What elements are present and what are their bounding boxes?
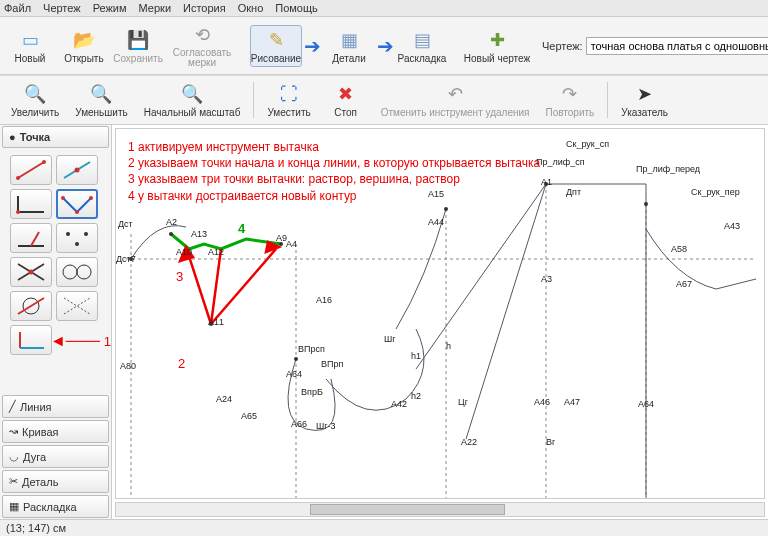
tool-dart[interactable]	[56, 189, 98, 219]
label-А3: А3	[541, 274, 552, 284]
zoom-out-button[interactable]: 🔍 Уменьшить	[68, 79, 134, 121]
menu-file[interactable]: Файл	[4, 2, 31, 14]
menu-history[interactable]: История	[183, 2, 226, 14]
menu-help[interactable]: Помощь	[275, 2, 318, 14]
svg-line-20	[18, 298, 44, 314]
menu-window[interactable]: Окно	[238, 2, 264, 14]
save-button[interactable]: 💾 Сохранить	[112, 25, 164, 67]
redo-button[interactable]: ↷ Повторить	[539, 79, 602, 121]
label-ВПрсп: ВПрсп	[298, 344, 325, 354]
label-А58: А58	[671, 244, 687, 254]
label-Пр_лиф_перед: Пр_лиф_перед	[636, 164, 700, 174]
label-ВпрБ: ВпрБ	[301, 387, 323, 397]
svg-point-8	[75, 210, 79, 214]
menu-mode[interactable]: Режим	[93, 2, 127, 14]
annotation-arrow-1: ◄─── 1	[50, 332, 111, 350]
menu-measures[interactable]: Мерки	[139, 2, 171, 14]
agree-measures-button[interactable]: ⟲ Согласовать мерки	[166, 20, 238, 71]
svg-point-2	[42, 160, 46, 164]
horizontal-scrollbar[interactable]	[115, 502, 765, 517]
svg-line-0	[18, 162, 44, 178]
zoom-reset-icon: 🔍	[180, 82, 204, 106]
svg-point-40	[169, 232, 173, 236]
section-point[interactable]: ● Точка	[2, 126, 109, 148]
svg-point-44	[444, 207, 448, 211]
svg-line-10	[31, 232, 39, 246]
label-А67: А67	[676, 279, 692, 289]
label-Дст: Дст	[118, 219, 133, 229]
drawing-canvas[interactable]: 1 активируем инструмент вытачка 2 указыв…	[115, 128, 765, 499]
label-А24: А24	[216, 394, 232, 404]
label-А22: А22	[461, 437, 477, 447]
label-А42: А42	[391, 399, 407, 409]
sync-icon: ⟲	[190, 23, 214, 47]
tool-bisector[interactable]	[56, 223, 98, 253]
svg-point-17	[63, 265, 77, 279]
arrow-right-icon: ➔	[304, 34, 321, 58]
arrow-right-icon: ➔	[377, 34, 394, 58]
redo-icon: ↷	[558, 82, 582, 106]
label-Шг3: Шг-3	[316, 421, 336, 431]
details-mode-button[interactable]: ▦ Детали	[323, 25, 375, 67]
svg-point-12	[84, 232, 88, 236]
svg-point-1	[16, 176, 20, 180]
zoom-in-button[interactable]: 🔍 Увеличить	[4, 79, 66, 121]
add-drawing-icon: ✚	[485, 28, 509, 52]
pencil-icon: ✎	[264, 28, 288, 52]
main-area: ● Точка ◄─── 1 ╱ Линия ↝ Кривая ◡ Дуга ✂…	[0, 125, 768, 519]
drawing-label: Чертеж:	[542, 40, 583, 52]
label-А10: А10	[176, 247, 192, 257]
section-arc[interactable]: ◡ Дуга	[2, 445, 109, 468]
undo-delete-button[interactable]: ↶ Отменить инструмент удаления	[374, 79, 537, 121]
label-ВПрп: ВПрп	[321, 359, 343, 369]
label-h1: h1	[411, 351, 421, 361]
tool-height[interactable]	[10, 325, 52, 355]
label-А64: А64	[286, 369, 302, 379]
label-А47: А47	[564, 397, 580, 407]
tool-angle[interactable]	[10, 189, 52, 219]
label-А80: А80	[120, 361, 136, 371]
tool-perpendicular[interactable]	[10, 223, 52, 253]
label-А16: А16	[316, 295, 332, 305]
tool-intersect[interactable]	[10, 257, 52, 287]
layout-mode-button[interactable]: ▤ Раскладка	[396, 25, 448, 67]
draw-mode-button[interactable]: ✎ Рисование	[250, 25, 302, 67]
new-drawing-button[interactable]: ✚ Новый чертеж	[460, 25, 534, 67]
svg-point-4	[75, 168, 80, 173]
section-detail[interactable]: ✂ Деталь	[2, 470, 109, 493]
tool-segment[interactable]	[10, 155, 52, 185]
fit-button[interactable]: ⛶ Уместить	[260, 79, 317, 121]
zoom-reset-button[interactable]: 🔍 Начальный масштаб	[137, 79, 248, 121]
pointer-button[interactable]: ➤ Указатель	[614, 79, 675, 121]
label-Дпт: Дпт	[566, 187, 581, 197]
menu-drawing[interactable]: Чертеж	[43, 2, 81, 14]
tool-shoulder[interactable]	[56, 257, 98, 287]
step-num-4: 4	[238, 221, 245, 236]
scrollbar-thumb[interactable]	[310, 504, 504, 515]
new-button[interactable]: ▭ Новый	[4, 25, 56, 67]
label-А1: А1	[541, 177, 552, 187]
separator	[607, 82, 608, 118]
tool-point-on-line[interactable]	[56, 155, 98, 185]
menu-bar: Файл Чертеж Режим Мерки История Окно Пом…	[0, 0, 768, 17]
zoom-toolbar: 🔍 Увеличить 🔍 Уменьшить 🔍 Начальный масш…	[0, 75, 768, 125]
label-h: h	[446, 341, 451, 351]
section-curve[interactable]: ↝ Кривая	[2, 420, 109, 443]
stop-button[interactable]: ✖ Стоп	[320, 79, 372, 121]
main-toolbar: ▭ Новый 📂 Открыть 💾 Сохранить ⟲ Согласов…	[0, 17, 768, 75]
label-Ск_рук_сп: Ск_рук_сп	[566, 139, 609, 149]
section-line[interactable]: ╱ Линия	[2, 395, 109, 418]
label-А44: А44	[428, 217, 444, 227]
status-bar: (13; 147) см	[0, 519, 768, 536]
label-Дст7: Дст7	[116, 254, 136, 264]
svg-point-43	[294, 357, 298, 361]
tool-triangle[interactable]	[10, 291, 52, 321]
open-button[interactable]: 📂 Открыть	[58, 25, 110, 67]
tool-point-of-contact[interactable]	[56, 291, 98, 321]
svg-point-18	[77, 265, 91, 279]
drawing-name-input[interactable]	[586, 37, 768, 55]
label-Вг: Вг	[546, 437, 555, 447]
section-layout[interactable]: ▦ Раскладка	[2, 495, 109, 518]
label-А15: А15	[428, 189, 444, 199]
zoom-out-icon: 🔍	[89, 82, 113, 106]
